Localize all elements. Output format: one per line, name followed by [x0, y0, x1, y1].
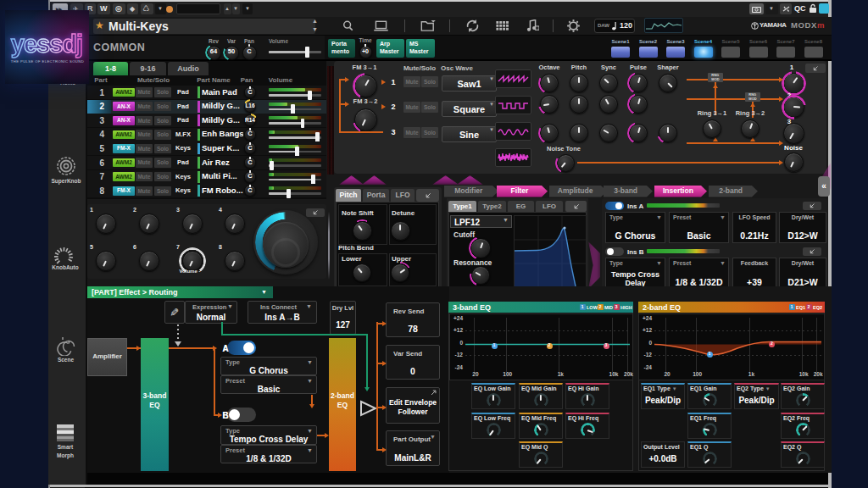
svg-text:yessdj: yessdj [11, 30, 82, 58]
svg-text:THE PULSE OF ELECTRONIC SOUND: THE PULSE OF ELECTRONIC SOUND [11, 59, 84, 64]
